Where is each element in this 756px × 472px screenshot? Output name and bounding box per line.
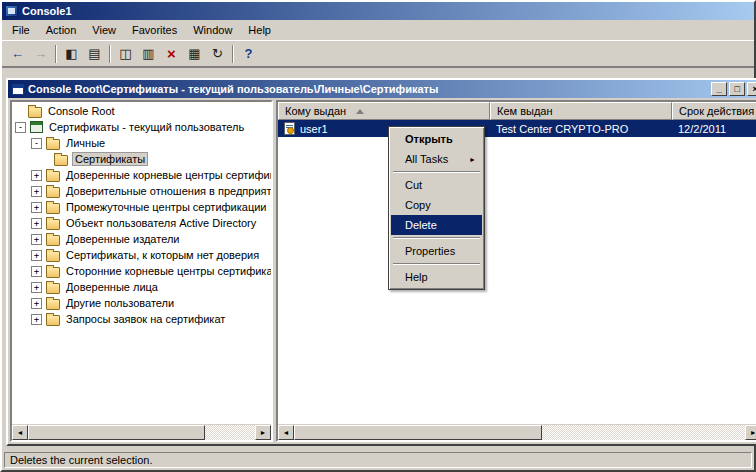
minus-expander-icon[interactable]: - <box>15 122 26 133</box>
folder-icon <box>46 283 60 294</box>
menubar: File Action View Favorites Window Help <box>2 20 754 40</box>
column-header-issued-by[interactable]: Кем выдан <box>490 102 672 120</box>
export-list-icon[interactable]: ▤ <box>83 43 106 65</box>
scroll-right-icon[interactable]: ► <box>745 425 756 440</box>
window-title: Console1 <box>22 5 72 17</box>
folder-icon <box>46 187 60 198</box>
sort-ascending-icon <box>356 109 364 114</box>
tree-item-certificates-current-user[interactable]: - Сертификаты - текущий пользователь <box>12 119 271 135</box>
tree-item-certificates[interactable]: Сертификаты <box>12 151 271 167</box>
plus-expander-icon[interactable]: + <box>31 298 42 309</box>
toolbar-separator <box>55 45 57 63</box>
paste-icon[interactable]: ▥ <box>137 43 160 65</box>
refresh-icon[interactable]: ↻ <box>206 43 229 65</box>
plus-expander-icon[interactable]: + <box>31 250 42 261</box>
plus-expander-icon[interactable]: + <box>31 314 42 325</box>
console-child-window: Console Root\Сертификаты - текущий польз… <box>6 78 756 446</box>
tree-item-untrusted-certificates[interactable]: + Сертификаты, к которым нет доверия <box>12 247 271 263</box>
menu-separator <box>393 263 480 265</box>
certificates-list-pane: Кому выдан Кем выдан Срок действия <box>276 100 756 442</box>
plus-expander-icon[interactable]: + <box>31 282 42 293</box>
context-menu-open[interactable]: Открыть <box>391 129 482 149</box>
folder-icon <box>28 107 42 118</box>
help-icon[interactable]: ? <box>237 43 260 65</box>
tree-item-trusted-publishers[interactable]: + Доверенные издатели <box>12 231 271 247</box>
plus-expander-icon[interactable]: + <box>31 266 42 277</box>
mmc-console-icon <box>5 5 18 17</box>
column-header-issued-to[interactable]: Кому выдан <box>278 102 490 120</box>
statusbar: Deletes the current selection. <box>2 450 754 470</box>
menu-view[interactable]: View <box>84 21 124 39</box>
certificate-row-user1[interactable]: user1 Test Center CRYPTO-PRO 12/2/2011 <box>278 120 756 137</box>
tree-item-trusted-people[interactable]: + Доверенные лица <box>12 279 271 295</box>
properties-icon[interactable]: ▦ <box>183 43 206 65</box>
plus-expander-icon[interactable]: + <box>31 234 42 245</box>
close-icon[interactable]: × <box>747 82 756 96</box>
folder-icon <box>46 203 60 214</box>
folder-icon <box>46 235 60 246</box>
scroll-right-icon[interactable]: ► <box>255 425 271 440</box>
plus-expander-icon[interactable]: + <box>31 186 42 197</box>
context-menu-copy[interactable]: Copy <box>391 195 482 215</box>
tree-item-personal[interactable]: - Личные <box>12 135 271 151</box>
tree-item-ad-user-object[interactable]: + Объект пользователя Active Directory <box>12 215 271 231</box>
console-window-icon <box>12 84 24 95</box>
scroll-thumb[interactable] <box>294 425 542 440</box>
menu-help[interactable]: Help <box>240 21 279 39</box>
certificate-icon <box>284 122 295 135</box>
toolbar-separator <box>232 45 234 63</box>
status-message: Deletes the current selection. <box>4 452 752 468</box>
tree-item-console-root[interactable]: Console Root <box>12 103 271 119</box>
scroll-left-icon[interactable]: ◄ <box>278 425 294 440</box>
plus-expander-icon[interactable]: + <box>31 170 42 181</box>
column-header-expiration-date[interactable]: Срок действия <box>672 102 756 120</box>
context-menu-properties[interactable]: Properties <box>391 241 482 261</box>
scroll-track[interactable] <box>28 425 255 440</box>
context-menu-cut[interactable]: Cut <box>391 175 482 195</box>
folder-icon <box>46 299 60 310</box>
open-folder-icon <box>54 155 68 166</box>
folder-icon <box>46 251 60 262</box>
tree-item-certificate-enrollment-requests[interactable]: + Запросы заявок на сертификат <box>12 311 271 327</box>
folder-icon <box>46 219 60 230</box>
minimize-icon[interactable]: _ <box>711 82 727 96</box>
scroll-thumb[interactable] <box>28 425 205 440</box>
tree-item-trusted-root-cas[interactable]: + Доверенные корневые центры сертификаци… <box>12 167 271 183</box>
scroll-left-icon[interactable]: ◄ <box>12 425 28 440</box>
issued-by-value: Test Center CRYPTO-PRO <box>490 123 672 135</box>
plus-expander-icon[interactable]: + <box>31 202 42 213</box>
tree-item-other-users[interactable]: + Другие пользователи <box>12 295 271 311</box>
delete-icon[interactable]: × <box>160 43 183 65</box>
context-menu-all-tasks[interactable]: All Tasks ► <box>391 149 482 169</box>
minus-expander-icon[interactable]: - <box>31 138 42 149</box>
tree-item-third-party-root-cas[interactable]: + Сторонние корневые центры сертификации <box>12 263 271 279</box>
menu-favorites[interactable]: Favorites <box>124 21 185 39</box>
child-window-title: Console Root\Сертификаты - текущий польз… <box>28 83 707 95</box>
plus-expander-icon[interactable]: + <box>31 218 42 229</box>
back-icon[interactable]: ← <box>6 43 29 65</box>
context-menu-help[interactable]: Help <box>391 267 482 287</box>
certificates-list: user1 Test Center CRYPTO-PRO 12/2/2011 <box>278 120 756 424</box>
tree-item-enterprise-trust[interactable]: + Доверительные отношения в предприятии <box>12 183 271 199</box>
copy-icon[interactable]: ◫ <box>114 43 137 65</box>
menu-action[interactable]: Action <box>38 21 85 39</box>
child-titlebar[interactable]: Console Root\Сертификаты - текущий польз… <box>8 80 756 98</box>
show-console-tree-icon[interactable]: ◧ <box>60 43 83 65</box>
expiration-value: 12/2/2011 <box>672 123 756 135</box>
toolbar-separator <box>109 45 111 63</box>
folder-icon <box>46 315 60 326</box>
menu-window[interactable]: Window <box>185 21 240 39</box>
tree-horizontal-scrollbar[interactable]: ◄ ► <box>12 424 271 440</box>
folder-icon <box>46 139 60 150</box>
scroll-track[interactable] <box>294 425 745 440</box>
menu-file[interactable]: File <box>4 21 38 39</box>
console-tree: Console Root - Сертификаты - текущий пол… <box>12 102 271 424</box>
context-menu: Открыть All Tasks ► Cut Copy Delete Prop… <box>388 126 485 290</box>
forward-icon[interactable]: → <box>29 43 52 65</box>
main-titlebar[interactable]: Console1 <box>2 2 754 20</box>
context-menu-delete[interactable]: Delete <box>391 215 482 235</box>
list-horizontal-scrollbar[interactable]: ◄ ► <box>278 424 756 440</box>
menu-separator <box>393 171 480 173</box>
tree-item-intermediate-cas[interactable]: + Промежуточные центры сертификации <box>12 199 271 215</box>
maximize-icon[interactable]: □ <box>729 82 745 96</box>
